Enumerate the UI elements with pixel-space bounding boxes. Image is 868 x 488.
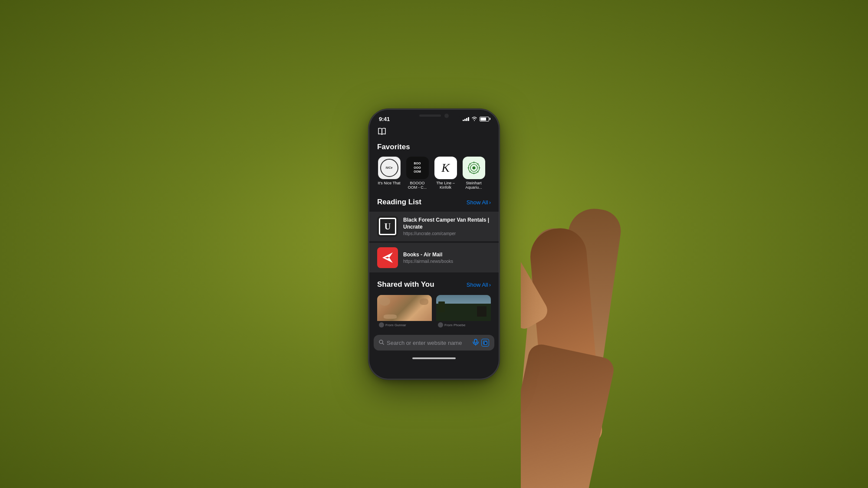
speaker-grille — [419, 115, 441, 117]
shared-item-food[interactable]: From Gunnar — [377, 295, 432, 330]
reading-item-uncrate[interactable]: U Black Forest Camper Van Rentals | Uncr… — [369, 212, 499, 241]
status-icons — [463, 116, 489, 122]
airmail-text: Books - Air Mail https://airmail.news/bo… — [403, 252, 491, 264]
background: 9:41 — [0, 0, 868, 488]
battery-fill — [480, 118, 486, 121]
uncrate-text: Black Forest Camper Van Rentals | Uncrat… — [403, 217, 491, 236]
favorites-row: NiCe It's Nice That BOOOOOOOM BOOOO OOM … — [369, 155, 499, 195]
fav-item-boooooom[interactable]: BOOOOOOOM BOOOO OOM - C... — [405, 157, 429, 190]
side-button-right — [499, 153, 500, 175]
fav-label-nice-that: It's Nice That — [377, 181, 401, 186]
food-image — [377, 295, 432, 321]
shared-item-cabin[interactable]: From Phoebe — [436, 295, 491, 330]
fav-label-steinhart: Steinhart Aquariu... — [462, 181, 486, 190]
search-placeholder: Search or enter website name — [387, 340, 470, 346]
from-avatar-phoebe — [438, 322, 443, 328]
from-avatar-gunnar — [379, 322, 384, 328]
svg-line-12 — [382, 343, 384, 344]
safari-header — [369, 125, 499, 139]
reading-item-airmail[interactable]: Books - Air Mail https://airmail.news/bo… — [369, 243, 499, 272]
fav-item-the-line-kinfolk[interactable]: K The Line – Kinfolk — [434, 157, 457, 190]
home-indicator — [369, 354, 499, 363]
battery-icon — [480, 117, 489, 121]
search-bar[interactable]: Search or enter website name — [374, 335, 494, 350]
search-icon — [379, 340, 384, 346]
fav-label-kinfolk: The Line – Kinfolk — [434, 181, 457, 190]
fav-icon-kinfolk: K — [434, 157, 457, 179]
shared-from-food: From Gunnar — [377, 321, 432, 329]
notch — [408, 110, 460, 122]
uncrate-url: https://uncrate.com/camper — [403, 231, 491, 236]
cabin-image — [436, 295, 491, 321]
signal-icon — [463, 117, 469, 121]
front-camera — [444, 114, 449, 118]
shared-show-all[interactable]: Show All › — [467, 282, 491, 288]
fav-icon-steinhart — [463, 157, 485, 179]
fav-label-boooooom: BOOOO OOM - C... — [405, 181, 429, 190]
svg-rect-16 — [484, 342, 487, 344]
fav-icon-boooooom: BOOOOOOOM — [406, 157, 429, 179]
favorites-title: Favorites — [377, 143, 410, 151]
iphone: 9:41 — [369, 110, 499, 379]
wifi-icon — [471, 116, 477, 122]
status-time: 9:41 — [379, 116, 390, 122]
favorites-header: Favorites — [369, 139, 499, 155]
phone-frame: 9:41 — [369, 110, 499, 379]
reading-list-header: Reading List Show All › — [369, 194, 499, 210]
shared-from-cabin: From Phoebe — [436, 321, 491, 329]
shared-title: Shared with You — [377, 280, 434, 289]
fav-item-steinhart[interactable]: Steinhart Aquariu... — [462, 157, 486, 190]
book-icon — [377, 128, 387, 137]
home-bar — [412, 357, 456, 359]
fav-item-nice-that[interactable]: NiCe It's Nice That — [377, 157, 401, 190]
tab-switcher-icon[interactable] — [481, 339, 489, 347]
svg-point-2 — [472, 166, 475, 169]
fav-icon-nice-that: NiCe — [378, 157, 401, 179]
reading-list-section: U Black Forest Camper Van Rentals | Uncr… — [369, 210, 499, 274]
airmail-url: https://airmail.news/books — [403, 259, 491, 264]
airmail-title: Books - Air Mail — [403, 252, 491, 259]
mic-icon[interactable] — [473, 339, 479, 347]
uncrate-title: Black Forest Camper Van Rentals | Uncrat… — [403, 217, 491, 230]
search-bar-wrapper: Search or enter website name — [369, 333, 499, 354]
shared-with-you-header: Shared with You Show All › — [369, 277, 499, 292]
svg-rect-13 — [474, 339, 477, 343]
airmail-icon — [377, 247, 398, 268]
shared-row: From Gunnar — [369, 292, 499, 333]
phone-screen: 9:41 — [369, 110, 499, 379]
reading-list-title: Reading List — [377, 198, 421, 206]
uncrate-icon: U — [377, 216, 398, 237]
reading-list-show-all[interactable]: Show All › — [467, 199, 491, 206]
